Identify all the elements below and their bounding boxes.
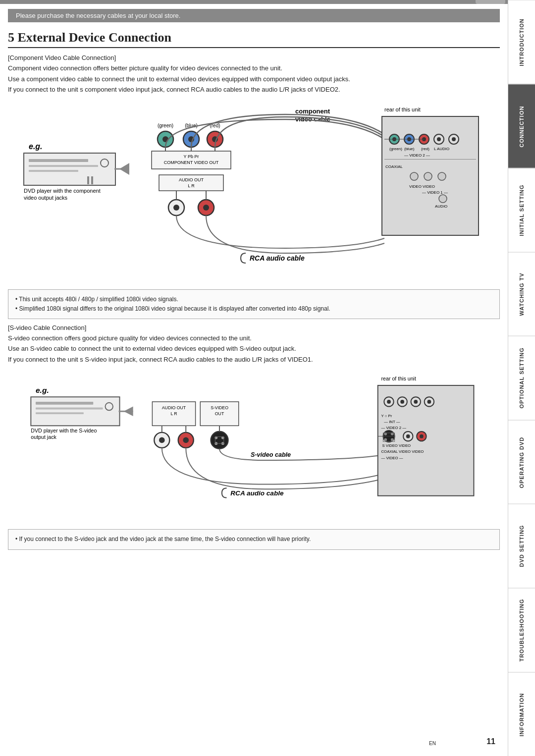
svg-point-102 [400,400,404,404]
svg-point-35 [203,205,209,211]
svg-point-116 [420,434,424,438]
sidebar-tab-troubleshooting[interactable]: TROUBLESHOOTING [508,588,535,672]
component-diagram-svg: component video cable e.g. DVD player wi… [8,100,493,283]
component-section-heading: [Component Video Cable Connection] [8,54,500,61]
right-sidebar: INTRODUCTION CONNECTION INITIAL SETTING … [508,0,535,756]
chapter-number: 5 [8,30,14,45]
svg-point-86 [211,432,228,449]
component-para3: If you connect to the unit s component v… [8,85,500,95]
sidebar-tab-information[interactable]: INFORMATION [508,672,535,756]
sidebar-tab-optional-setting[interactable]: OPTIONAL SETTING [508,336,535,420]
main-content: Please purchase the necessary cables at … [0,9,508,550]
svg-rect-6 [29,170,78,172]
svg-text:S-video cable: S-video cable [251,452,291,459]
svg-point-106 [428,400,431,404]
svg-text:Y      Pb      Pr: Y Pb Pr [184,154,199,159]
svg-text:S     VIDEO     VIDEO: S VIDEO VIDEO [382,443,411,448]
svg-text:S-VIDEO: S-VIDEO [211,406,228,411]
svg-point-59 [424,172,432,180]
top-bar [0,0,535,4]
sidebar-tab-dvd-setting[interactable]: DVD SETTING [508,504,535,588]
svg-text:DVD player with the component: DVD player with the component [24,188,101,194]
svg-text:COMPONENT VIDEO OUT: COMPONENT VIDEO OUT [164,160,219,165]
svideo-para2: Use an S-video cable to connect the unit… [8,344,500,354]
svideo-section: [S-video Cable Connection] S-video conne… [0,324,508,365]
sidebar-tab-initial-setting[interactable]: INITIAL SETTING [508,168,535,252]
svg-rect-70 [36,413,84,415]
svg-text:DVD player with the S-video: DVD player with the S-video [31,428,97,433]
svg-rect-56 [384,159,476,160]
svg-rect-5 [29,165,98,167]
svg-point-58 [410,172,418,180]
svideo-para1: S-video connection offers good picture q… [8,333,500,343]
svg-rect-69 [36,408,103,410]
svg-text:e.g.: e.g. [36,386,49,395]
component-diagram-container: component video cable e.g. DVD player wi… [8,100,500,284]
svideo-section-heading: [S-video Cable Connection] [8,324,500,331]
svg-text:output jack: output jack [31,434,56,440]
component-para1: Component video connection offers better… [8,63,500,73]
svg-text:— INT —: — INT — [384,420,400,424]
svg-rect-4 [29,159,88,162]
top-bar-accent [476,0,505,4]
svg-text:component: component [295,108,330,115]
info-line-svideo: • If you connect to the S-video jack and… [15,535,492,544]
svg-text:L        R: L R [170,411,177,416]
svg-text:RCA audio cable: RCA audio cable [250,254,305,262]
svg-point-50 [452,137,456,141]
svideo-diagram-svg: e.g. DVD player with the S-video output … [8,369,493,523]
svg-text:video output jacks: video output jacks [24,195,68,201]
component-para2: Use a component video cable to connect t… [8,74,500,84]
svg-point-33 [173,205,179,211]
svg-point-48 [437,137,441,141]
svg-point-114 [406,434,410,438]
svg-point-111 [391,438,394,441]
svg-text:rear of this unit: rear of this unit [381,376,416,382]
svg-rect-9 [91,176,93,184]
svg-text:— VIDEO 1 —: — VIDEO 1 — [422,190,448,195]
sidebar-tab-connection[interactable]: CONNECTION [508,84,535,168]
svg-text:AUDIO: AUDIO [435,204,447,209]
page-number: 11 [486,737,495,746]
info-line-2: • Simplified 1080i signal differs to the… [15,304,492,314]
sidebar-tab-operating-dvd[interactable]: OPERATING DVD [508,420,535,504]
svg-text:(blue): (blue) [404,147,415,151]
svg-rect-67 [31,397,119,426]
svg-text:OUT: OUT [215,411,224,416]
svg-text:L                R: L R [188,183,195,188]
svg-text:— VIDEO 2 —: — VIDEO 2 — [404,153,430,158]
svideo-para3: If you connect to the unit s S-video inp… [8,355,500,365]
svg-text:L AUDIO: L AUDIO [434,147,449,151]
svg-text:(green): (green) [389,147,402,151]
svg-rect-68 [36,402,93,405]
svg-text:— VIDEO 2 —: — VIDEO 2 — [381,426,407,430]
sidebar-tab-watching-tv[interactable]: WATCHING TV [508,252,535,336]
svg-point-85 [183,437,189,443]
svg-text:COAXIAL: COAXIAL [385,164,403,169]
svg-text:RCA audio cable: RCA audio cable [230,489,284,497]
svg-text:(green): (green) [158,123,173,128]
svg-point-104 [414,400,418,404]
svg-text:e.g.: e.g. [29,142,43,151]
info-box-2: • If you connect to the S-video jack and… [8,529,500,549]
svg-text:AUDIO OUT: AUDIO OUT [162,406,186,411]
svideo-diagram-container: e.g. DVD player with the S-video output … [8,369,500,524]
svg-text:— VIDEO —: — VIDEO — [381,456,403,461]
svg-text:rear of this unit: rear of this unit [384,107,421,112]
svg-text:AUDIO OUT: AUDIO OUT [179,177,204,182]
sidebar-tab-introduction[interactable]: INTRODUCTION [508,0,535,84]
info-box-1: • This unit accepts 480i / 480p / simpli… [8,289,500,319]
chapter-heading: 5 External Device Connection [8,27,500,48]
svg-text:COAXIAL  VIDEO  VIDEO: COAXIAL VIDEO VIDEO [381,449,424,454]
svg-rect-8 [87,176,89,184]
svg-point-63 [439,195,447,203]
notice-banner: Please purchase the necessary cables at … [8,9,500,22]
svg-rect-3 [24,153,115,185]
svg-text:(red): (red) [421,147,429,151]
svg-point-110 [384,438,387,441]
info-line-1: • This unit accepts 480i / 480p / simpli… [15,295,492,304]
svg-point-100 [387,400,391,404]
svg-point-60 [438,172,446,180]
page-lang: EN [429,741,436,746]
svg-text:Y    ○    Pr: Y ○ Pr [381,414,392,418]
